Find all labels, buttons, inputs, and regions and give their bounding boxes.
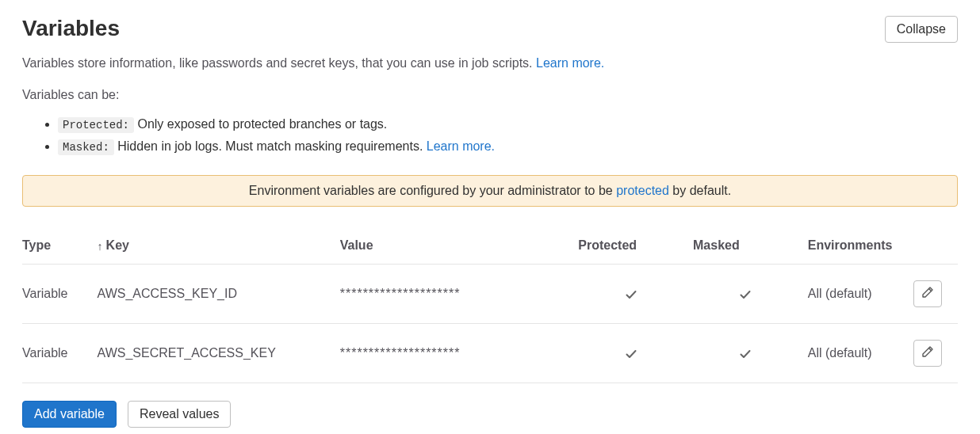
protected-text: Only exposed to protected branches or ta… bbox=[134, 117, 387, 131]
edit-variable-button[interactable] bbox=[913, 280, 942, 307]
cell-masked bbox=[693, 264, 808, 323]
protected-default-banner: Environment variables are configured by … bbox=[22, 175, 958, 207]
protected-pill: Protected: bbox=[58, 117, 134, 133]
cell-key: AWS_ACCESS_KEY_ID bbox=[98, 264, 340, 323]
cell-value: ********************* bbox=[340, 323, 579, 383]
pencil-icon bbox=[921, 345, 934, 360]
learn-more-link[interactable]: Learn more. bbox=[536, 56, 604, 70]
list-item: Protected: Only exposed to protected bra… bbox=[58, 113, 958, 135]
check-icon bbox=[625, 287, 637, 300]
cell-key: AWS_SECRET_ACCESS_KEY bbox=[98, 323, 340, 383]
protected-link[interactable]: protected bbox=[616, 184, 669, 197]
cell-type: Variable bbox=[22, 323, 98, 383]
cell-edit bbox=[913, 264, 958, 323]
column-header-masked[interactable]: Masked bbox=[693, 227, 808, 265]
variables-can-be-text: Variables can be: bbox=[22, 88, 958, 102]
add-variable-button[interactable]: Add variable bbox=[22, 401, 117, 428]
table-row: VariableAWS_SECRET_ACCESS_KEY***********… bbox=[22, 323, 958, 383]
masked-learn-more-link[interactable]: Learn more. bbox=[427, 139, 495, 153]
check-icon bbox=[739, 346, 752, 360]
table-header-row: Type ↑Key Value Protected Masked Environ… bbox=[22, 227, 958, 265]
column-key-label: Key bbox=[106, 238, 129, 252]
cell-edit bbox=[913, 323, 958, 383]
cell-environments: All (default) bbox=[808, 264, 914, 323]
table-row: VariableAWS_ACCESS_KEY_ID***************… bbox=[22, 264, 958, 323]
sort-ascending-icon: ↑ bbox=[98, 240, 103, 253]
variable-types-list: Protected: Only exposed to protected bra… bbox=[22, 113, 958, 158]
pencil-icon bbox=[921, 286, 934, 301]
column-header-type[interactable]: Type bbox=[22, 227, 98, 265]
reveal-values-button[interactable]: Reveal values bbox=[128, 401, 232, 428]
list-item: Masked: Hidden in job logs. Must match m… bbox=[58, 135, 958, 158]
page-title: Variables bbox=[22, 16, 120, 41]
column-header-key[interactable]: ↑Key bbox=[98, 227, 340, 265]
variables-description: Variables store information, like passwo… bbox=[22, 54, 958, 74]
cell-value: ********************* bbox=[340, 264, 579, 323]
description-text: Variables store information, like passwo… bbox=[22, 56, 536, 70]
check-icon bbox=[625, 346, 637, 360]
banner-text-after: by default. bbox=[669, 184, 731, 197]
cell-protected bbox=[578, 323, 693, 383]
column-header-value[interactable]: Value bbox=[340, 227, 579, 265]
column-header-actions bbox=[913, 227, 958, 265]
cell-masked bbox=[693, 323, 808, 383]
check-icon bbox=[739, 287, 752, 300]
masked-text: Hidden in job logs. Must match masking r… bbox=[114, 139, 427, 153]
banner-text-before: Environment variables are configured by … bbox=[249, 184, 616, 197]
collapse-button[interactable]: Collapse bbox=[885, 16, 958, 43]
column-header-protected[interactable]: Protected bbox=[578, 227, 693, 265]
cell-protected bbox=[578, 264, 693, 323]
variables-table: Type ↑Key Value Protected Masked Environ… bbox=[22, 227, 958, 383]
cell-type: Variable bbox=[22, 264, 98, 323]
column-header-environments[interactable]: Environments bbox=[808, 227, 914, 265]
masked-pill: Masked: bbox=[58, 139, 114, 155]
cell-environments: All (default) bbox=[808, 323, 914, 383]
edit-variable-button[interactable] bbox=[913, 340, 942, 367]
